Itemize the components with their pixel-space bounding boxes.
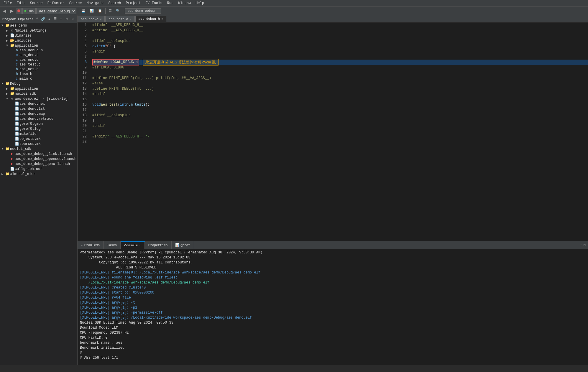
console-line: [XLMODEL-INFO] start pc: 0x80000200 [80, 290, 586, 295]
menu-search[interactable]: Search [106, 1, 123, 6]
tree-item-sources-mk[interactable]: 📄 sources.mk [0, 141, 77, 146]
maximize-icon[interactable]: ☐ [64, 17, 69, 22]
toolbar-btn-5[interactable]: 🔍 [114, 8, 122, 14]
tree-item-aes-debug-h[interactable]: ▶ h aes_debug.h [0, 48, 77, 53]
menu-icon[interactable]: ☰ [52, 17, 57, 22]
toolbar-btn-2[interactable]: 📊 [88, 8, 96, 14]
tree-item-main-c[interactable]: ▶ c main.c [0, 76, 77, 81]
menu-navigate[interactable]: Navigate [84, 1, 106, 6]
code-content[interactable]: #ifndef __AES_DEBUG_H__ #define __AES_DE… [89, 22, 588, 241]
tree-arrow: ▶ [5, 34, 9, 37]
tree-item-lst[interactable]: 📄 aes_demo.lst [0, 106, 77, 111]
tree-item-elf[interactable]: ▼ ◇ aes_demo.elf - [riscv/le] [0, 96, 77, 101]
code-line-9: #if LOCAL_DEBUG [92, 65, 588, 70]
menu-help[interactable]: Help [193, 1, 206, 6]
tree-item-aes-test-c[interactable]: ▶ c aes_test.c [0, 62, 77, 67]
config-label[interactable]: aes_demo Debug [125, 8, 161, 14]
tab-aes-test-c[interactable]: aes_test.c ✕ [105, 16, 134, 22]
tree-item-nuclei-settings[interactable]: ▶ ⚙ Nuclei Settings [0, 28, 77, 33]
tree-item-aes-enc-c[interactable]: ▶ c aes_enc.c [0, 58, 77, 62]
panel-tab-console[interactable]: Console ✕ [121, 241, 144, 249]
run-config-dropdown[interactable]: aes_demo Debug [36, 8, 76, 14]
menu-run[interactable]: Run [165, 1, 176, 6]
filter-icon[interactable]: ◢ [47, 17, 51, 22]
file-h-icon: h [14, 48, 19, 53]
tree-item-debug-nuclei-sdk[interactable]: ▶ 📁 nuclei_sdk [0, 91, 77, 96]
code-line-18: #ifdef __cplusplus [92, 113, 588, 118]
tree-arrow: ▶ [0, 172, 5, 176]
tree-label: objects.mk [19, 137, 41, 141]
menu-source[interactable]: Source [28, 1, 45, 6]
tree-item-binaries[interactable]: ▶ 📄 Binaries [0, 33, 77, 38]
tab-label: aes_test.c [109, 17, 128, 21]
tree-item-glog[interactable]: 📄 gprof0.log [0, 126, 77, 131]
minimize-icon[interactable]: − [58, 17, 63, 22]
file-icon: 📄 [14, 127, 19, 131]
tree-item-makefile[interactable]: 📄 makefile [0, 131, 77, 136]
collapse-icon[interactable]: ⌃ [35, 17, 40, 22]
tree-item-xlmodel-nice[interactable]: ▶ 📁 xlmodel_nice [0, 171, 77, 176]
tree-item-gmon[interactable]: 📄 gprof0.gmon [0, 121, 77, 126]
run-button[interactable]: ▶ Run [22, 8, 36, 14]
panel-minimize-icon[interactable]: − [580, 243, 582, 247]
tree-item-jlink-launch[interactable]: ▶ aes_demo_debug_jlink.launch [0, 151, 77, 156]
tab-close-icon[interactable]: ✕ [161, 17, 163, 21]
tab-aes-dec-c[interactable]: aes_dec.c ✕ [78, 16, 105, 22]
toolbar-btn-1[interactable]: 💾 [80, 8, 87, 14]
menu-source2[interactable]: Source [67, 1, 84, 6]
stop-button[interactable] [16, 8, 22, 14]
tree-item-objects-mk[interactable]: 📄 objects.mk [0, 136, 77, 141]
tree-item-debug-application[interactable]: ▶ 📁 application [0, 86, 77, 91]
main-editor-panel: 12345 678910 1112131415 1617181920 21222… [78, 22, 588, 241]
console-header: <terminated> aes_demo Debug [RVProf] xl_… [80, 250, 586, 255]
panel-tab-properties[interactable]: Properties [145, 241, 172, 249]
panel-tab-gprof[interactable]: 📊 gprof [172, 241, 194, 249]
tab-close-icon[interactable]: ✕ [100, 17, 101, 21]
code-line-22: #endif /* __AES_DEBUG_H__ */ [92, 134, 588, 139]
tree-item-callgraph[interactable]: 📄 callgraph.out [0, 166, 77, 171]
menu-window[interactable]: Window [176, 1, 193, 6]
menu-file[interactable]: File [1, 1, 14, 6]
tree-item-aes-demo[interactable]: ▼ 📁 aes_demo [0, 23, 77, 28]
tree-item-nuclei-sdk-root[interactable]: ▼ 📁 nuclei_sdk [0, 146, 77, 151]
toolbar-btn-4[interactable]: ☰ [107, 8, 114, 14]
tree-item-insn-h[interactable]: ▶ h insn.h [0, 72, 77, 76]
console-line: [XLMODEL-INFO] rv64 file [80, 295, 586, 300]
sidebar-header-icons: ⌃ 🔗 ◢ ☰ − ☐ ✕ [35, 17, 75, 22]
menu-refactor[interactable]: Refactor [45, 1, 67, 6]
tree-item-qemu-launch[interactable]: ▶ aes_demo_debug_qemu.launch [0, 161, 77, 166]
panel-tab-problems[interactable]: ⚠ Problems [78, 241, 104, 249]
menu-rvtools[interactable]: RV-Tools [143, 1, 165, 6]
toolbar-btn-3[interactable]: 📋 [96, 8, 104, 14]
tree-item-aes-dec-c[interactable]: ▶ c aes_dec.c [0, 53, 77, 58]
panel-tab-tasks[interactable]: Tasks [104, 241, 121, 249]
console-close-icon[interactable]: ✕ [139, 244, 141, 247]
code-line-11: #define PRINT_DEBUG(fmt, ...) printf(fmt… [92, 76, 588, 81]
tree-item-includes[interactable]: ▶ 📂 Includes [0, 38, 77, 43]
panel-maximize-icon[interactable]: ☐ [584, 243, 586, 247]
tree-label: main.c [19, 77, 32, 81]
tree-label: sources.mk [19, 142, 41, 146]
tree-item-api-aes-h[interactable]: ▶ h api_aes.h [0, 67, 77, 72]
link-icon[interactable]: 🔗 [41, 17, 45, 22]
tree-item-debug[interactable]: ▼ 📁 Debug [0, 81, 77, 86]
code-line-10 [92, 70, 588, 76]
tab-close-icon[interactable]: ✕ [129, 17, 131, 21]
tab-aes-debug-h[interactable]: aes_debug.h ✕ [135, 16, 167, 22]
code-line-5: extern "C" { [92, 44, 588, 49]
tree-item-openocd-launch[interactable]: ▶ aes_demo_debug_openocd.launch [0, 156, 77, 161]
forward-button[interactable]: ▶ [9, 8, 15, 14]
folder-icon: 📁 [5, 147, 10, 151]
back-button[interactable]: ◀ [1, 8, 8, 14]
menu-edit[interactable]: Edit [14, 1, 28, 6]
tree-item-hex[interactable]: 📄 aes_demo.hex [0, 101, 77, 106]
menu-project[interactable]: Project [124, 1, 143, 6]
close-sidebar-icon[interactable]: ✕ [70, 17, 75, 22]
tree-label: aes_enc.c [19, 58, 39, 62]
console-panel: ⚠ Problems Tasks Console ✕ Properties 📊 [78, 241, 588, 365]
tab-label: aes_debug.h [139, 17, 160, 21]
sidebar: Project Explorer ⌃ 🔗 ◢ ☰ − ☐ ✕ ▼ 📁 aes_d… [0, 15, 78, 365]
tree-item-application[interactable]: ▼ 📁 application [0, 43, 77, 48]
tree-item-rvtrace[interactable]: 📄 aes_demo.rvtrace [0, 116, 77, 121]
tree-item-map[interactable]: 📄 aes_demo.map [0, 111, 77, 116]
